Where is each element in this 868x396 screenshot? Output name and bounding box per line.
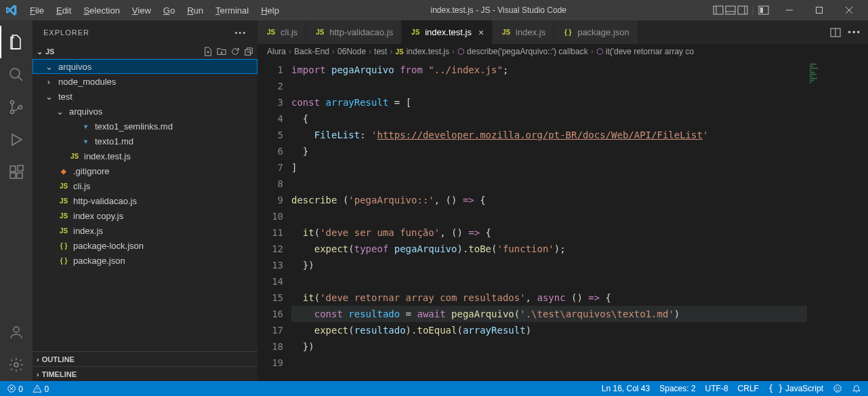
- file-index.js[interactable]: JSindex.js: [33, 223, 257, 238]
- file-tree: ⌄arquivos›node_modules⌄test⌄arquivos▾tex…: [33, 59, 257, 351]
- extensions-activity-icon[interactable]: [0, 156, 33, 189]
- tree-label: arquivos: [69, 106, 102, 117]
- tab-package.json[interactable]: { }package.json: [554, 20, 638, 44]
- status-language[interactable]: { } JavaScript: [768, 384, 823, 393]
- new-folder-icon[interactable]: [217, 47, 226, 56]
- js-file-icon: JS: [501, 28, 512, 36]
- accounts-activity-icon[interactable]: [0, 316, 33, 349]
- tab-label: http-validacao.js: [329, 27, 393, 37]
- chevron-down-icon: ⌄: [37, 47, 43, 56]
- status-cursor[interactable]: Ln 16, Col 43: [602, 384, 650, 393]
- breadcrumb-item[interactable]: JSindex.test.js: [395, 47, 449, 56]
- svg-rect-19: [17, 173, 22, 178]
- close-tab-icon[interactable]: ×: [478, 27, 484, 38]
- breadcrumb-item[interactable]: Alura: [267, 47, 286, 56]
- menu-edit[interactable]: Edit: [51, 3, 77, 18]
- tab-cli.js[interactable]: JScli.js: [257, 20, 306, 44]
- refresh-icon[interactable]: [230, 47, 240, 56]
- status-warnings[interactable]: 0: [33, 384, 49, 394]
- title-bar: FileEditSelectionViewGoRunTerminalHelp i…: [0, 0, 868, 20]
- timeline-section[interactable]: ›TIMELINE: [33, 366, 257, 381]
- explorer-activity-icon[interactable]: [0, 26, 33, 58]
- menu-help[interactable]: Help: [255, 3, 285, 18]
- tab-label: index.test.js: [425, 27, 472, 37]
- explorer-title: EXPLORER: [43, 28, 89, 37]
- breadcrumb-item[interactable]: ⬡describe('pegaArquivo::') callback: [457, 47, 588, 56]
- tree-label: test: [58, 92, 73, 102]
- svg-rect-9: [817, 7, 823, 14]
- svg-point-14: [11, 101, 14, 104]
- split-editor-icon[interactable]: [830, 27, 841, 38]
- tab-label: cli.js: [281, 27, 297, 37]
- svg-line-13: [18, 77, 22, 81]
- menu-terminal[interactable]: Terminal: [210, 3, 254, 18]
- file-cli.js[interactable]: JScli.js: [33, 178, 257, 193]
- tree-label: .gitignore: [73, 166, 109, 176]
- menu-view[interactable]: View: [127, 3, 157, 18]
- file-package-lock.json[interactable]: { }package-lock.json: [33, 238, 257, 253]
- folder-test[interactable]: ⌄test: [33, 89, 257, 104]
- file-texto1_semlinks.md[interactable]: ▾texto1_semlinks.md: [33, 119, 257, 134]
- json-file-icon: { }: [562, 28, 573, 36]
- js-file-icon: JS: [58, 197, 69, 205]
- chevron-down-icon: ⌄: [43, 62, 54, 72]
- tree-label: texto1.md: [95, 136, 133, 146]
- svg-point-29: [838, 388, 839, 389]
- tab-index.test.js[interactable]: JSindex.test.js×: [402, 20, 493, 44]
- file-index copy.js[interactable]: JSindex copy.js: [33, 208, 257, 223]
- breadcrumb-item[interactable]: test: [374, 47, 387, 56]
- status-bar: 0 0 Ln 16, Col 43 Spaces: 2 UTF-8 CRLF {…: [0, 381, 868, 396]
- search-activity-icon[interactable]: [0, 58, 33, 91]
- js-file-icon: JS: [266, 28, 276, 36]
- explorer-more-icon[interactable]: •••: [234, 28, 247, 37]
- json-file-icon: { }: [58, 242, 69, 250]
- file-texto1.md[interactable]: ▾texto1.md: [33, 134, 257, 148]
- svg-rect-7: [760, 7, 763, 13]
- folder-arquivos[interactable]: ⌄arquivos: [33, 104, 257, 119]
- minimap[interactable]: ▆▆▆▆▆▆▆▆▆▆▆▆▆▆▆▆▆▆▆▆▆▆▆▆▆▆▆▆▆▆▆▆▆▆▆▆▆▆▆▆…: [807, 59, 868, 381]
- run-debug-activity-icon[interactable]: [0, 123, 33, 156]
- minimize-button[interactable]: [776, 0, 803, 20]
- status-bell-icon[interactable]: [852, 384, 861, 393]
- file-package.json[interactable]: { }package.json: [33, 253, 257, 268]
- status-indent[interactable]: Spaces: 2: [659, 384, 695, 393]
- tab-index.js[interactable]: JSindex.js: [493, 20, 554, 44]
- menu-run[interactable]: Run: [182, 3, 209, 18]
- editor-tabs: JScli.jsJShttp-validacao.jsJSindex.test.…: [257, 20, 868, 44]
- status-errors[interactable]: 0: [7, 384, 23, 394]
- json-file-icon: { }: [58, 257, 69, 264]
- maximize-button[interactable]: [806, 0, 833, 20]
- outline-section[interactable]: ›OUTLINE: [33, 351, 257, 366]
- status-encoding[interactable]: UTF-8: [705, 384, 728, 393]
- breadcrumb-item[interactable]: 06Node: [337, 47, 366, 56]
- new-file-icon[interactable]: [203, 47, 213, 56]
- status-feedback-icon[interactable]: [833, 384, 842, 393]
- file-.gitignore[interactable]: ◆.gitignore: [33, 163, 257, 178]
- folder-section-header[interactable]: ⌄ JS: [33, 44, 257, 59]
- menu-go[interactable]: Go: [158, 3, 180, 18]
- source-control-activity-icon[interactable]: [0, 91, 33, 123]
- svg-rect-20: [18, 165, 23, 171]
- folder-arquivos[interactable]: ⌄arquivos: [33, 59, 257, 74]
- tab-http-validacao.js[interactable]: JShttp-validacao.js: [306, 20, 402, 44]
- more-actions-icon[interactable]: •••: [848, 27, 861, 37]
- file-index.test.js[interactable]: JSindex.test.js: [33, 148, 257, 163]
- collapse-all-icon[interactable]: [244, 47, 253, 56]
- editor-area: JScli.jsJShttp-validacao.jsJSindex.test.…: [257, 20, 868, 381]
- breadcrumb-item[interactable]: Back-End: [294, 47, 329, 56]
- tree-label: node_modules: [58, 77, 116, 87]
- chevron-right-icon: ›: [37, 370, 39, 378]
- close-button[interactable]: [835, 0, 863, 20]
- menu-selection[interactable]: Selection: [78, 3, 125, 18]
- code-editor[interactable]: import pegaArquivo from "../index.js"; c…: [291, 59, 807, 381]
- breadcrumbs[interactable]: Alura›Back-End›06Node›test›JSindex.test.…: [257, 44, 868, 59]
- svg-rect-4: [738, 6, 747, 14]
- status-eol[interactable]: CRLF: [738, 384, 759, 393]
- layout-controls[interactable]: |: [713, 5, 769, 16]
- file-http-validacao.js[interactable]: JShttp-validacao.js: [33, 193, 257, 208]
- folder-node_modules[interactable]: ›node_modules: [33, 74, 257, 89]
- settings-activity-icon[interactable]: [0, 349, 33, 381]
- menu-bar: FileEditSelectionViewGoRunTerminalHelp: [24, 3, 285, 18]
- breadcrumb-item[interactable]: ⬡it('deve retornar array co: [596, 47, 694, 56]
- menu-file[interactable]: File: [24, 3, 49, 18]
